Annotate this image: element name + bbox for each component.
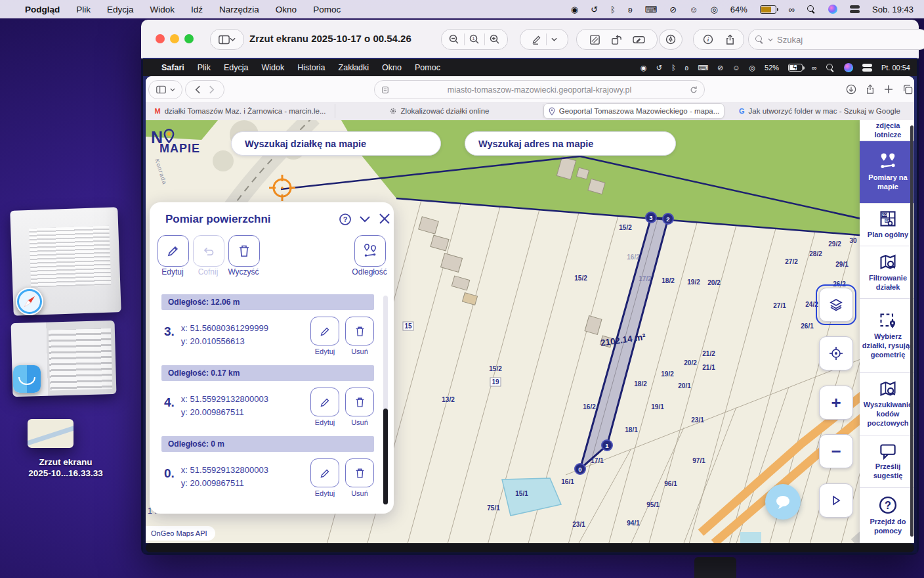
inner-menu-zakladki[interactable]: Zakładki [339,63,369,72]
sidebar-item-pomiary-na-mapie[interactable]: Pomiary na mapie [860,141,914,204]
address-bar[interactable]: miasto-tomaszow-mazowiecki.geoportal-kra… [374,80,705,99]
delete-vertex-button[interactable] [345,317,374,345]
chat-widget-button[interactable] [765,484,801,520]
close-panel-icon[interactable] [379,213,390,224]
inner-menu-edycja[interactable]: Edycja [224,63,249,72]
preview-search-field[interactable]: Szukaj [748,29,924,50]
forward-button[interactable] [209,85,215,94]
screenshot-thumbnail-map[interactable] [28,419,74,448]
panel-scrollbar[interactable] [383,296,388,504]
menu-clock[interactable]: Sob. 19:43 [872,5,914,14]
tab-google-search[interactable]: G Jak utworzyć folder w mac - Szukaj w G… [724,104,914,118]
distance-tool-button[interactable] [354,235,386,267]
control-center-icon[interactable] [862,64,872,72]
hearing-icon[interactable]: ʚ [685,64,689,72]
info-icon[interactable]: i [703,34,713,45]
tab-geoportal-active[interactable]: Geoportal Tomaszowa Mazowieckiego - mapa… [543,103,724,119]
creative-cloud-icon[interactable]: ◉ [640,64,647,72]
expand-sidebar-button[interactable] [819,483,853,518]
markup-pen-control[interactable] [520,29,568,50]
tab-overview-icon[interactable] [902,84,913,95]
hotspot-link-icon[interactable]: ∞ [812,64,817,72]
tab-zlokalizowac[interactable]: Zlokalizować działki online [335,104,543,118]
menu-idz[interactable]: Idź [191,5,203,14]
wifi-off-icon[interactable]: ⊘ [669,5,677,14]
hotspot-link-icon[interactable]: ∞ [789,5,795,14]
hearing-icon[interactable]: ʚ [628,5,633,14]
account-icon[interactable]: ◎ [710,5,717,14]
zoom-window-button[interactable] [184,34,194,43]
zoom-actual-button[interactable]: 1 [469,34,480,45]
zoom-out-button[interactable]: − [819,434,853,468]
preview-sidebar-toggle[interactable] [210,29,244,50]
locate-me-button[interactable] [819,336,853,370]
inner-menu-safari[interactable]: Safari [161,63,184,72]
menu-edycja[interactable]: Edycja [107,5,134,14]
spotlight-icon[interactable] [826,64,835,72]
sidebar-item-filtrowanie-dzialek[interactable]: Filtrowanie działek [860,246,914,299]
zoom-in-button[interactable] [490,34,500,45]
back-button[interactable] [195,85,201,94]
battery-charging-icon[interactable]: ϟ [788,64,803,72]
battery-icon[interactable] [760,5,776,14]
menu-narzedzia[interactable]: Narzędzia [219,5,259,14]
time-machine-icon[interactable]: ↺ [656,64,662,72]
edit-vertex-button[interactable] [310,458,339,487]
clear-tool-button[interactable] [228,235,260,267]
inner-menu-widok[interactable]: Widok [261,63,284,72]
delete-vertex-button[interactable] [345,458,374,487]
new-tab-icon[interactable] [884,85,893,94]
bluetooth-icon[interactable]: ᛒ [610,5,616,14]
account-icon[interactable]: ◎ [749,64,755,72]
inner-menu-plik[interactable]: Plik [198,63,211,72]
accessibility-icon[interactable]: ☺ [689,5,698,14]
accessibility-icon[interactable]: ☺ [732,64,740,72]
menu-pomoc[interactable]: Pomoc [313,5,341,14]
share-icon[interactable] [866,84,875,95]
menu-widok[interactable]: Widok [150,5,175,14]
downloads-icon[interactable] [846,84,856,95]
sidebar-item-wyszukiwanie-kodow[interactable]: Wyszukiwanie kodów pocztowych [860,373,914,435]
close-window-button[interactable] [156,34,165,43]
collapse-panel-icon[interactable] [360,216,370,223]
layers-button[interactable] [819,288,853,322]
tab-gmail[interactable]: M działki Tomaszów Maz. i Żarnowica - ma… [146,104,335,118]
menu-okno[interactable]: Okno [276,5,297,14]
inner-menu-historia[interactable]: Historia [297,63,325,72]
sidebar-item-przejdz-do-pomocy[interactable]: ? Przejdź do pomocy [860,488,914,543]
keyboard-brightness-icon[interactable]: ⌨ [698,64,708,72]
reload-icon[interactable] [690,85,698,94]
minimize-window-button[interactable] [170,34,179,43]
sidebar-item-przeslij-sugestie[interactable]: Prześlij sugestię [860,435,914,488]
time-machine-icon[interactable]: ↺ [591,5,598,14]
safari-app-icon[interactable] [16,288,43,315]
bluetooth-icon[interactable]: ᛒ [671,64,676,72]
spotlight-icon[interactable] [807,5,816,14]
share-icon[interactable] [725,34,735,45]
sidebar-item-wybierz-dzialki[interactable]: Wybierz działki, rysując geometrię [860,299,914,373]
finder-app-icon[interactable] [13,365,41,393]
reader-page-icon[interactable] [381,86,389,94]
inner-menu-clock[interactable]: Pt. 00:54 [881,64,910,72]
sidebar-item-plan-ogolny[interactable]: SOSK Plan ogólny [860,204,914,246]
page-scrollbar[interactable] [910,125,914,537]
edit-tool-button[interactable] [158,235,189,267]
inner-menu-pomoc[interactable]: Pomoc [415,63,440,72]
creative-cloud-icon[interactable]: ◉ [571,5,578,14]
siri-icon[interactable] [844,63,853,72]
edit-vertex-button[interactable] [310,317,339,345]
control-center-icon[interactable] [850,5,860,13]
zoom-out-button[interactable] [449,34,459,45]
edit-vertex-button[interactable] [310,388,339,416]
rotate-icon[interactable] [611,34,622,45]
annotate-tool-button[interactable] [659,29,682,50]
undo-tool-button[interactable] [193,235,224,267]
menu-app-name[interactable]: Podgląd [25,5,60,14]
safari-sidebar-toggle[interactable] [148,80,182,99]
keyboard-brightness-icon[interactable]: ⌨ [645,5,658,14]
wifi-off-icon[interactable]: ⊘ [717,64,723,72]
delete-vertex-button[interactable] [345,388,374,416]
sidebar-item-zdjecia-lotnicze[interactable]: zdjęcia lotnicze [860,120,914,141]
search-address-button[interactable]: Wyszukaj adres na mapie [465,131,676,156]
inner-menu-okno[interactable]: Okno [382,63,402,72]
